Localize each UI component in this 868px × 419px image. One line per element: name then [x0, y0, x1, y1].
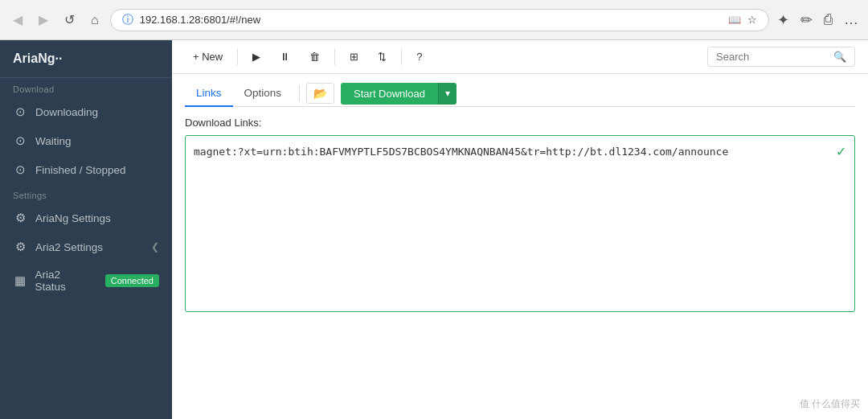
back-button[interactable]: ◀ — [10, 9, 26, 31]
pause-icon: ⏸ — [280, 51, 290, 63]
download-links-label: Download Links: — [185, 117, 855, 129]
downloading-icon: ⊙ — [13, 105, 27, 119]
main-content: + New ▶ ⏸ 🗑 ⊞ ⇅ ? — [172, 40, 868, 419]
more-icon[interactable]: … — [844, 11, 858, 28]
sidebar-item-label: Aria2 Settings — [35, 241, 103, 253]
sidebar-logo: AriaNg·· — [0, 40, 172, 78]
download-panel: Links Options 📂 Start Download ▾ Downloa… — [172, 74, 868, 419]
pen-icon[interactable]: ✏ — [800, 11, 813, 29]
url-text: 192.168.1.28:6801/#!/new — [140, 14, 722, 26]
finished-icon: ⊙ — [13, 162, 27, 177]
sidebar: AriaNg·· Download ⊙ Downloading ⊙ Waitin… — [0, 40, 172, 419]
nav-buttons: ◀ ▶ ↺ ⌂ — [10, 9, 102, 31]
book-icon: 📖 — [728, 14, 741, 26]
address-bar[interactable]: ⓘ 192.168.1.28:6801/#!/new 📖 ☆ — [110, 9, 769, 31]
sort-button[interactable]: ⇅ — [370, 47, 395, 67]
links-textarea[interactable] — [186, 136, 854, 311]
grid-icon: ⊞ — [350, 51, 358, 63]
sidebar-item-finished[interactable]: ⊙ Finished / Stopped — [0, 155, 172, 184]
sidebar-item-label: AriaNg Settings — [35, 212, 111, 224]
connected-badge: Connected — [105, 274, 159, 287]
home-button[interactable]: ⌂ — [88, 10, 102, 31]
play-button[interactable]: ▶ — [244, 47, 268, 67]
watermark: 值 什么值得买 — [800, 397, 860, 411]
search-box: 🔍 — [707, 47, 855, 67]
sidebar-item-downloading[interactable]: ⊙ Downloading — [0, 97, 172, 126]
tabs: Links Options 📂 Start Download ▾ — [185, 74, 855, 107]
links-textarea-wrapper: ✓ — [185, 135, 855, 312]
pause-button[interactable]: ⏸ — [272, 47, 298, 67]
sidebar-item-waiting[interactable]: ⊙ Waiting — [0, 126, 172, 155]
sort-icon: ⇅ — [378, 51, 387, 63]
tab-options[interactable]: Options — [233, 80, 293, 107]
new-label: + New — [193, 51, 223, 63]
delete-button[interactable]: 🗑 — [301, 47, 328, 67]
sidebar-section-download-label: Download — [0, 78, 172, 97]
help-button[interactable]: ? — [408, 47, 430, 67]
toolbar-divider-3 — [401, 49, 402, 65]
refresh-button[interactable]: ↺ — [61, 9, 78, 31]
star-icon: ☆ — [747, 14, 757, 26]
browser-chrome: ◀ ▶ ↺ ⌂ ⓘ 192.168.1.28:6801/#!/new 📖 ☆ ✦… — [0, 0, 868, 40]
sidebar-item-label: Waiting — [35, 135, 72, 147]
toolbar-divider-2 — [334, 49, 335, 65]
sidebar-item-aria2-status[interactable]: ▦ Aria2 Status Connected — [0, 261, 172, 300]
aria2-status-icon: ▦ — [13, 273, 27, 288]
share-icon[interactable]: ⎙ — [824, 11, 833, 28]
chevron-icon: ❮ — [151, 241, 159, 253]
folder-button[interactable]: 📂 — [306, 83, 334, 104]
folder-icon: 📂 — [313, 87, 327, 100]
ariang-settings-icon: ⚙ — [13, 211, 27, 225]
start-download-group: Start Download ▾ — [341, 83, 457, 105]
toolbar: + New ▶ ⏸ 🗑 ⊞ ⇅ ? — [172, 40, 868, 74]
aria2-settings-icon: ⚙ — [13, 240, 27, 254]
play-icon: ▶ — [252, 51, 260, 63]
sidebar-section-settings-label: Settings — [0, 184, 172, 203]
fav-icon[interactable]: ✦ — [777, 11, 789, 29]
sidebar-item-label: Finished / Stopped — [35, 164, 126, 176]
info-icon: ⓘ — [122, 13, 133, 27]
search-input[interactable] — [716, 51, 829, 63]
waiting-icon: ⊙ — [13, 134, 27, 148]
delete-icon: 🗑 — [309, 51, 320, 63]
start-download-button[interactable]: Start Download — [341, 83, 438, 105]
sidebar-item-ariang-settings[interactable]: ⚙ AriaNg Settings — [0, 203, 172, 232]
grid-button[interactable]: ⊞ — [342, 47, 366, 67]
toolbar-divider-1 — [237, 49, 238, 65]
browser-actions: ✦ ✏ ⎙ … — [777, 11, 858, 29]
start-download-caret-button[interactable]: ▾ — [438, 83, 457, 105]
sidebar-item-aria2-settings[interactable]: ⚙ Aria2 Settings ❮ — [0, 232, 172, 261]
search-icon: 🔍 — [833, 51, 846, 63]
tab-links[interactable]: Links — [185, 80, 233, 107]
forward-button[interactable]: ▶ — [35, 9, 51, 31]
app-container: AriaNg·· Download ⊙ Downloading ⊙ Waitin… — [0, 40, 868, 419]
sidebar-item-label: Aria2 Status — [35, 269, 92, 293]
sidebar-item-label: Downloading — [35, 106, 98, 118]
tabs-divider — [299, 85, 300, 101]
new-button[interactable]: + New — [185, 47, 231, 67]
check-icon: ✓ — [836, 144, 846, 159]
help-icon: ? — [416, 51, 422, 63]
